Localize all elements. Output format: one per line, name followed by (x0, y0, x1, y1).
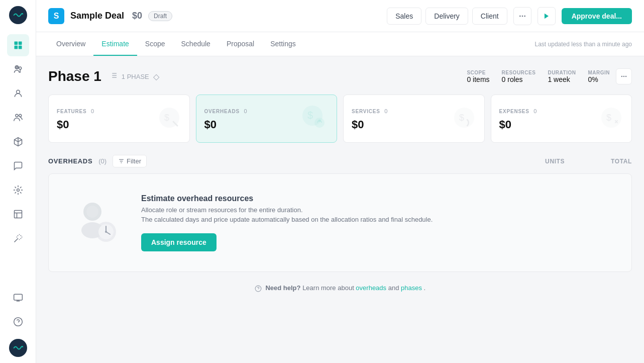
filter-icon (118, 158, 125, 164)
phase-header: Phase 1 1 PHASE ◇ SCOPE 0 items RESOURCE… (48, 68, 632, 84)
tab-proposal[interactable]: Proposal (219, 33, 262, 56)
sidebar-item-overview[interactable] (7, 58, 29, 80)
svg-point-24 (621, 76, 622, 77)
svg-rect-11 (14, 211, 22, 218)
svg-point-47 (105, 231, 107, 233)
play-button[interactable] (538, 7, 556, 25)
main-content: S Sample Deal $0 Draft Sales Delivery Cl… (36, 0, 644, 363)
svg-point-31 (314, 118, 325, 128)
help-text: Learn more about (302, 284, 356, 292)
stat-resources: RESOURCES 0 roles (502, 70, 536, 83)
phase-more-button[interactable] (616, 68, 632, 84)
services-value: $0 (352, 118, 387, 131)
svg-point-16 (524, 15, 525, 17)
svg-text:$: $ (459, 113, 464, 123)
app-logo[interactable] (9, 6, 27, 24)
empty-state: Estimate overhead resources Allocate rol… (48, 173, 632, 272)
help-overheads-link[interactable]: overheads (356, 284, 386, 292)
more-options-button[interactable] (513, 7, 531, 25)
deal-title: Sample Deal (70, 11, 124, 21)
help-phases-link[interactable]: phases (401, 284, 422, 292)
sidebar-item-chat[interactable] (7, 155, 29, 177)
svg-rect-1 (18, 42, 22, 45)
overheads-label: OVERHEADS (204, 109, 240, 114)
phase-count-label: 1 PHASE (122, 73, 149, 80)
tab-settings[interactable]: Settings (262, 33, 304, 56)
svg-rect-3 (18, 46, 22, 49)
empty-state-desc2: The calculated days and price update aut… (141, 216, 433, 223)
sidebar-item-grid[interactable] (7, 34, 29, 56)
overheads-card-icon: $ (300, 104, 329, 134)
svg-point-25 (623, 76, 624, 77)
tab-scope[interactable]: Scope (137, 33, 173, 56)
phase-meta: 1 PHASE ◇ (110, 71, 159, 81)
features-value: $0 (57, 118, 94, 131)
help-circle-icon (255, 285, 262, 292)
services-count: 0 (384, 108, 387, 114)
overheads-section-count: (0) (98, 157, 106, 165)
stat-scope: SCOPE 0 items (467, 70, 489, 83)
empty-state-title: Estimate overhead resources (141, 194, 433, 203)
help-prefix: Need help? (265, 284, 300, 292)
phase-title: Phase 1 (48, 68, 101, 84)
svg-point-41 (86, 206, 98, 218)
assign-resource-button[interactable]: Assign resource (141, 233, 217, 251)
overheads-count: 0 (244, 108, 247, 114)
sidebar-item-wand[interactable] (7, 227, 29, 249)
client-button[interactable]: Client (472, 8, 507, 25)
last-updated-text: Last updated less than a minute ago (535, 41, 632, 48)
svg-point-5 (16, 66, 17, 68)
svg-text:$: $ (606, 113, 611, 123)
tab-estimate[interactable]: Estimate (93, 33, 137, 56)
svg-point-32 (318, 120, 321, 122)
svg-point-10 (17, 189, 19, 192)
sidebar-item-cube[interactable] (7, 131, 29, 153)
topbar-nav: Sales Delivery Client (387, 8, 507, 25)
page-content: Phase 1 1 PHASE ◇ SCOPE 0 items RESOURCE… (36, 56, 644, 363)
sales-button[interactable]: Sales (387, 8, 421, 25)
svg-point-7 (16, 90, 20, 94)
deal-status-badge: Draft (148, 11, 172, 21)
expenses-count: 0 (533, 108, 536, 114)
services-label: SERVICES (352, 109, 380, 114)
deal-price: $0 (132, 11, 142, 21)
delivery-button[interactable]: Delivery (425, 8, 468, 25)
help-footer: Need help? Learn more about overheads an… (48, 284, 632, 292)
features-card[interactable]: FEATURES 0 $0 $ (48, 95, 190, 143)
svg-point-15 (521, 15, 523, 17)
sidebar-item-help[interactable] (7, 311, 29, 333)
user-avatar[interactable] (9, 339, 27, 357)
stat-margin: MARGIN 0% (588, 70, 610, 83)
category-cards: FEATURES 0 $0 $ OVERHEADS (48, 95, 632, 143)
expenses-card[interactable]: EXPENSES 0 $0 $ (491, 95, 632, 143)
svg-point-8 (16, 114, 18, 117)
filter-button[interactable]: Filter (113, 155, 147, 167)
overheads-section-title: OVERHEADS (48, 157, 92, 165)
sidebar-item-group[interactable] (7, 107, 29, 129)
svg-point-14 (519, 15, 521, 17)
tab-schedule[interactable]: Schedule (173, 33, 219, 56)
stat-duration: DURATION 1 week (548, 70, 576, 83)
overheads-value: $0 (204, 118, 247, 131)
tab-overview[interactable]: Overview (48, 33, 93, 56)
sidebar-item-building[interactable] (7, 203, 29, 225)
services-card[interactable]: SERVICES 0 $0 $ (343, 95, 485, 143)
svg-rect-0 (14, 42, 18, 45)
sidebar-item-screen[interactable] (7, 287, 29, 309)
overheads-section-header: OVERHEADS (0) Filter UNITS TOTAL (48, 155, 632, 167)
sidebar-item-settings[interactable] (7, 179, 29, 201)
approve-deal-button[interactable]: Approve deal... (562, 8, 632, 24)
svg-text:$: $ (164, 113, 169, 123)
deal-icon: S (48, 8, 64, 24)
help-between: and (388, 284, 401, 292)
expenses-card-icon: $ (599, 106, 623, 132)
phase-diamond-icon: ◇ (153, 72, 159, 81)
overheads-card[interactable]: OVERHEADS 0 $0 $ (196, 95, 338, 143)
features-card-icon: $ (157, 106, 181, 132)
svg-point-13 (14, 318, 22, 326)
help-suffix: . (424, 284, 426, 292)
col-total-label: TOTAL (611, 158, 632, 165)
sidebar-item-person[interactable] (7, 82, 29, 105)
svg-point-9 (19, 114, 21, 117)
svg-point-26 (625, 76, 626, 77)
